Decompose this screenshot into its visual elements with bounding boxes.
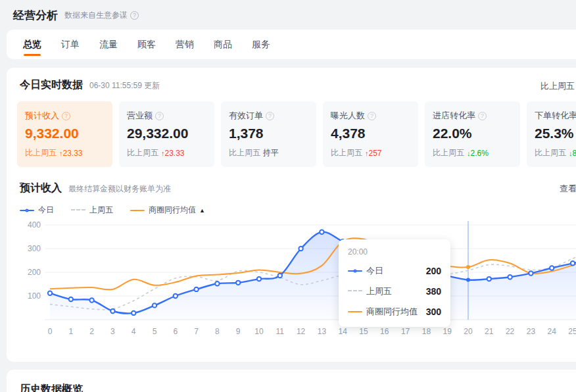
x-axis-label: 14 (339, 327, 348, 336)
today-marker (194, 287, 198, 291)
history-panel: 历史数据概览 (7, 370, 576, 392)
today-marker (89, 298, 93, 302)
page-title: 经营分析 (13, 8, 58, 23)
stat-card-曝光人数[interactable]: 曝光人数4,378比上周五↑257 (323, 101, 418, 167)
today-marker (487, 277, 491, 281)
tab-订单[interactable]: 订单 (61, 30, 80, 59)
today-marker (278, 274, 282, 278)
realtime-panel: 今日实时数据 06-30 11:55:59 更新 比上周五 预计收入9,332.… (7, 68, 576, 362)
data-source-text: 数据来自生意参谋 (64, 10, 128, 21)
x-axis-label: 23 (527, 327, 536, 336)
compare-base-text: 比上周五 (229, 147, 260, 159)
today-marker (320, 230, 324, 234)
stat-label-text: 进店转化率 (433, 110, 475, 122)
today-marker (529, 271, 533, 275)
circle-question-icon[interactable] (130, 11, 139, 20)
x-axis-label: 19 (443, 327, 452, 336)
stat-card-value: 22.0% (433, 126, 512, 141)
tab-总览[interactable]: 总览 (23, 30, 41, 59)
legend-line-icon (130, 207, 145, 214)
x-axis-label: 22 (506, 327, 515, 336)
tab-流量[interactable]: 流量 (99, 30, 118, 59)
circle-question-icon[interactable] (155, 112, 164, 120)
stat-label-text: 预计收入 (25, 110, 59, 122)
y-axis-label: 400 (28, 221, 41, 230)
data-source-note: 数据来自生意参谋 (64, 10, 139, 21)
stat-card-compare: 比上周五↓8.6% (535, 147, 576, 159)
legend-item-上周五[interactable]: 上周五 (71, 205, 113, 216)
revenue-line-chart-canvas: 1002003004000123456789101112131415161718… (26, 221, 576, 350)
x-axis-label: 0 (48, 327, 53, 336)
dot-glyph (354, 270, 357, 273)
circle-question-icon[interactable] (266, 112, 274, 120)
today-active-dot (466, 278, 470, 282)
stat-card-value: 9,332.00 (25, 126, 105, 141)
x-axis-label: 17 (401, 327, 410, 336)
chart-tooltip: 20:00 今日200上周五380商圈同行均值300 (339, 239, 450, 327)
tab-服务[interactable]: 服务 (252, 30, 270, 59)
tooltip-series-name: 商圈同行均值 (366, 306, 426, 318)
peer-average-active-dot (466, 265, 470, 269)
x-axis-label: 4 (132, 327, 136, 336)
today-area-fill (50, 232, 576, 320)
legend-label: 今日 (38, 205, 54, 216)
collapse-arrow-icon[interactable]: ▲ (199, 207, 205, 214)
tooltip-row-上周五: 上周五380 (348, 285, 441, 297)
stat-label-text: 下单转化率 (535, 110, 576, 122)
stat-card-label: 曝光人数 (331, 110, 410, 122)
compare-delta: ↓2.6% (467, 149, 489, 158)
legend-line-dot-icon (20, 207, 34, 214)
stat-card-compare: 比上周五↓2.6% (433, 147, 512, 159)
history-title: 历史数据概览 (20, 383, 83, 392)
stat-card-预计收入[interactable]: 预计收入9,332.00比上周五↑23.33 (17, 101, 112, 167)
today-marker (110, 309, 114, 313)
tooltip-series-name: 上周五 (366, 285, 426, 297)
stat-card-有效订单[interactable]: 有效订单1,378比上周五持平 (221, 101, 316, 167)
legend-item-商圈同行均值[interactable]: 商圈同行均值▲ (130, 205, 205, 216)
today-marker (550, 266, 554, 270)
dot-glyph (26, 208, 29, 212)
compare-delta: ↑23.33 (59, 149, 83, 158)
stat-card-value: 29,332.00 (127, 126, 206, 141)
x-axis-label: 9 (236, 327, 241, 336)
compare-delta: ↑23.33 (161, 149, 185, 158)
stat-card-下单转化率[interactable]: 下单转化率25.3%比上周五↓8.6% (527, 101, 576, 167)
stat-label-text: 有效订单 (229, 110, 263, 122)
x-axis-label: 6 (173, 327, 178, 336)
today-marker (257, 277, 261, 281)
compare-delta: ↑257 (365, 149, 382, 158)
realtime-updated-time: 06-30 11:55:59 更新 (89, 80, 160, 91)
tab-营销[interactable]: 营销 (176, 30, 194, 59)
chart-legend: 今日上周五商圈同行均值▲ (20, 205, 576, 216)
stat-card-进店转化率[interactable]: 进店转化率22.0%比上周五↓2.6% (425, 101, 520, 167)
tab-顾客[interactable]: 顾客 (137, 30, 156, 59)
tab-商品[interactable]: 商品 (214, 30, 232, 59)
stat-card-营业额[interactable]: 营业额29,332.00比上周五↑23.33 (119, 101, 214, 167)
view-revenue-link[interactable]: 查看收 (560, 183, 576, 195)
legend-item-今日[interactable]: 今日 (20, 205, 54, 216)
y-axis-label: 100 (28, 291, 41, 301)
tooltip-series-value: 300 (426, 306, 441, 317)
compare-base-text: 比上周五 (127, 147, 158, 159)
today-marker (174, 294, 178, 298)
x-axis-label: 7 (194, 327, 199, 336)
x-axis-label: 2 (89, 327, 94, 336)
stat-card-label: 有效订单 (229, 110, 308, 122)
compare-delta-value: 23.33 (165, 149, 185, 158)
circle-question-icon[interactable] (62, 112, 70, 120)
y-axis-label: 200 (28, 268, 41, 277)
line-chart[interactable]: 20:00 今日200上周五380商圈同行均值300 1002003004000… (26, 221, 576, 350)
stat-card-compare: 比上周五↑257 (331, 147, 410, 159)
today-marker (508, 275, 512, 279)
circle-question-icon[interactable] (478, 112, 487, 120)
stat-card-value: 1,378 (229, 126, 308, 141)
x-axis-label: 18 (422, 327, 431, 336)
x-axis-label: 20 (464, 327, 473, 336)
tooltip-series-value: 200 (426, 266, 441, 276)
today-marker (236, 281, 240, 285)
compare-delta-value: 持平 (263, 148, 279, 157)
compare-delta-value: 2.6% (471, 149, 489, 158)
circle-question-icon[interactable] (368, 112, 376, 120)
compare-delta-value: 23.33 (63, 149, 83, 158)
compare-period-selector[interactable]: 比上周五 (540, 80, 575, 92)
